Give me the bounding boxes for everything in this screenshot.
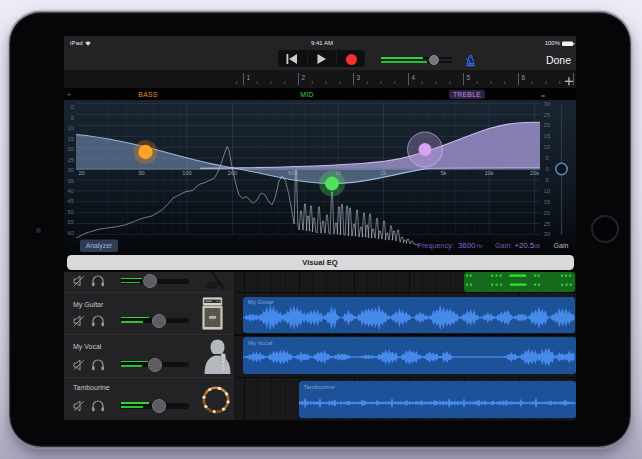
svg-text:35: 35 bbox=[68, 178, 74, 184]
svg-text:10: 10 bbox=[68, 125, 74, 131]
svg-text:Analyzer: Analyzer bbox=[86, 242, 113, 250]
svg-text:3600: 3600 bbox=[458, 241, 476, 250]
svg-text:3: 3 bbox=[357, 74, 361, 81]
svg-text:+20.5: +20.5 bbox=[514, 241, 534, 250]
svg-text:1: 1 bbox=[247, 74, 251, 81]
svg-text:25: 25 bbox=[68, 157, 74, 163]
svg-text:6: 6 bbox=[522, 74, 526, 81]
svg-text:50: 50 bbox=[68, 209, 74, 215]
svg-text:200: 200 bbox=[228, 170, 237, 176]
svg-text:50: 50 bbox=[138, 170, 144, 176]
svg-text:5: 5 bbox=[71, 115, 74, 121]
svg-text:500: 500 bbox=[288, 170, 297, 176]
svg-text:10: 10 bbox=[544, 188, 550, 194]
svg-text:30: 30 bbox=[68, 167, 74, 173]
svg-text:25: 25 bbox=[544, 221, 550, 227]
svg-text:15: 15 bbox=[544, 133, 550, 139]
svg-text:40: 40 bbox=[68, 188, 74, 194]
svg-text:30: 30 bbox=[544, 231, 550, 237]
svg-text:15: 15 bbox=[544, 199, 550, 205]
svg-text:5k: 5k bbox=[441, 170, 447, 176]
svg-text:15: 15 bbox=[68, 136, 74, 142]
svg-text:dB: dB bbox=[534, 244, 540, 249]
svg-text:2: 2 bbox=[302, 74, 306, 81]
svg-text:Gain: Gain bbox=[554, 242, 569, 249]
svg-text:20: 20 bbox=[544, 210, 550, 216]
svg-text:100: 100 bbox=[182, 170, 191, 176]
svg-text:20: 20 bbox=[544, 122, 550, 128]
svg-text:10k: 10k bbox=[484, 170, 493, 176]
svg-text:5: 5 bbox=[467, 74, 471, 81]
svg-text:5: 5 bbox=[545, 177, 548, 183]
svg-text:25: 25 bbox=[544, 112, 550, 118]
svg-text:Gain:: Gain: bbox=[495, 241, 512, 250]
svg-text:20: 20 bbox=[78, 170, 84, 176]
svg-text:Hz: Hz bbox=[477, 244, 483, 249]
svg-text:10: 10 bbox=[544, 144, 550, 150]
svg-text:30: 30 bbox=[544, 101, 550, 107]
svg-text:0: 0 bbox=[71, 104, 74, 110]
svg-text:1k: 1k bbox=[335, 170, 341, 176]
svg-text:20: 20 bbox=[68, 146, 74, 152]
svg-text:60: 60 bbox=[68, 230, 74, 236]
svg-text:45: 45 bbox=[68, 198, 74, 204]
svg-text:55: 55 bbox=[68, 219, 74, 225]
svg-text:5: 5 bbox=[545, 155, 548, 161]
svg-text:2k: 2k bbox=[381, 170, 387, 176]
svg-text:4: 4 bbox=[412, 74, 416, 81]
svg-text:20k: 20k bbox=[530, 170, 539, 176]
svg-text:0: 0 bbox=[545, 166, 548, 172]
svg-text:Frequency:: Frequency: bbox=[417, 241, 454, 250]
